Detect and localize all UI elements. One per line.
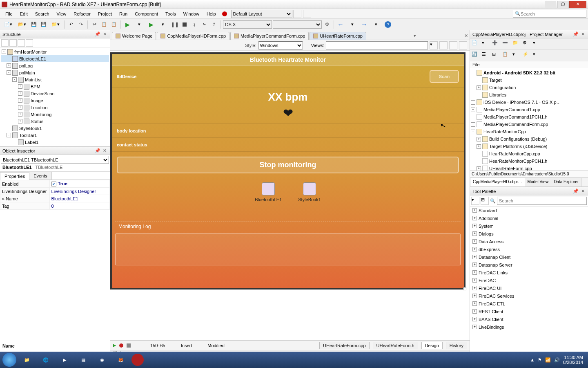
- views-input[interactable]: [326, 41, 428, 49]
- macro-play-icon[interactable]: ▶: [113, 343, 116, 348]
- structure-node[interactable]: +Image: [1, 97, 109, 104]
- inspector-object-select[interactable]: BluetoothLE1 TBluetoothLE: [1, 156, 109, 164]
- project-node[interactable]: Target: [471, 76, 587, 84]
- taskbar-explorer[interactable]: 📁: [19, 353, 35, 366]
- views-btn-3[interactable]: [459, 41, 467, 49]
- subtab-cpp[interactable]: UHeartRateForm.cpp: [319, 342, 370, 349]
- stop-button[interactable]: [180, 20, 189, 29]
- project-node[interactable]: -Android - Android SDK 22.3 32 bit: [471, 69, 587, 76]
- structure-node[interactable]: -frmHeartMonitor: [1, 48, 109, 55]
- structure-tb-3[interactable]: [18, 39, 25, 47]
- resize-grip[interactable]: [463, 287, 466, 290]
- form-frmheartmonitor[interactable]: Bluetooth Heartrate Monitor lblDevice Sc…: [110, 52, 466, 289]
- tab-cppmediaplayer[interactable]: CppMediaPlayerHDForm.cpp: [157, 32, 229, 40]
- expand-icon[interactable]: +: [18, 105, 22, 110]
- deploy-button[interactable]: ⚙: [323, 20, 332, 29]
- structure-node[interactable]: StyleBook1: [1, 125, 109, 132]
- step-into-button[interactable]: ⤷: [200, 20, 209, 29]
- proj-btn[interactable]: ⚡: [522, 51, 531, 60]
- expand-icon[interactable]: +: [7, 63, 11, 68]
- expand-icon[interactable]: -: [471, 130, 475, 134]
- expand-icon[interactable]: +: [477, 85, 481, 90]
- structure-node[interactable]: +Monitoring: [1, 111, 109, 118]
- expand-icon[interactable]: -: [7, 133, 11, 137]
- tray-up-icon[interactable]: ▲: [530, 357, 535, 362]
- component-stylebook1[interactable]: StyleBook1: [298, 182, 321, 202]
- menu-edit[interactable]: Edit: [16, 10, 31, 18]
- proj-btn[interactable]: 📁: [512, 40, 521, 49]
- component-bluetoothle1[interactable]: BluetoothLE1: [255, 182, 282, 202]
- stop-monitoring-button[interactable]: Stop monitoring: [117, 157, 459, 173]
- expand-icon[interactable]: +: [472, 294, 477, 298]
- expand-icon[interactable]: +: [472, 208, 477, 213]
- structure-node[interactable]: +BPM: [1, 83, 109, 90]
- projtab-modelview[interactable]: Model View: [525, 178, 552, 186]
- pause-button[interactable]: ❚❚: [170, 20, 179, 29]
- menu-search[interactable]: Search: [31, 10, 53, 18]
- prop-value[interactable]: ✔True: [49, 180, 109, 188]
- project-node[interactable]: HearRateMonitorCpp.cpp: [471, 150, 587, 157]
- pin-icon[interactable]: 📌: [95, 148, 100, 154]
- taskbar-ie[interactable]: 🌐: [38, 353, 54, 366]
- structure-node[interactable]: BluetoothLE1: [1, 55, 109, 62]
- monitoring-log-listbox[interactable]: [115, 233, 461, 265]
- taskbar-app[interactable]: ▦: [75, 353, 91, 366]
- project-node[interactable]: Libraries: [471, 91, 587, 99]
- expand-icon[interactable]: +: [472, 301, 477, 306]
- proj-btn[interactable]: 📄: [471, 40, 480, 49]
- expand-icon[interactable]: +: [472, 255, 477, 259]
- expand-icon[interactable]: +: [472, 216, 477, 220]
- start-button[interactable]: [2, 353, 16, 367]
- expand-icon[interactable]: +: [18, 84, 22, 89]
- macro-record-icon[interactable]: [119, 343, 123, 348]
- structure-node[interactable]: -pnlMain: [1, 69, 109, 76]
- open-project-button[interactable]: 📁▾: [49, 20, 62, 29]
- tab-properties[interactable]: Properties: [0, 172, 29, 180]
- tray-flag-icon[interactable]: ⚑: [538, 357, 542, 362]
- palette-category[interactable]: +FireDAC ETL: [470, 300, 588, 307]
- expand-icon[interactable]: +: [472, 231, 477, 236]
- menu-file[interactable]: File: [2, 10, 16, 18]
- run-drop-button[interactable]: ▾: [133, 20, 146, 29]
- subtab-design[interactable]: Design: [421, 342, 443, 349]
- expand-icon[interactable]: +: [471, 122, 475, 127]
- palette-category[interactable]: +Standard: [470, 206, 588, 214]
- project-node[interactable]: +Configuration: [471, 84, 587, 91]
- prop-value[interactable]: 0: [49, 202, 109, 210]
- project-tree[interactable]: -Android - Android SDK 22.3 32 bitTarget…: [470, 68, 588, 171]
- expand-icon[interactable]: +: [472, 239, 477, 244]
- menu-help[interactable]: Help: [203, 10, 220, 18]
- palette-category[interactable]: +FireDAC UI: [470, 284, 588, 292]
- prop-value[interactable]: BluetoothLE1: [49, 195, 109, 202]
- project-node[interactable]: HearRateMonitorCppPCH1.h: [471, 157, 587, 165]
- structure-node[interactable]: -ToolBar1: [1, 132, 109, 139]
- macro-stop-icon[interactable]: [127, 343, 131, 348]
- palette-category[interactable]: +Data Access: [470, 238, 588, 245]
- device-select[interactable]: [273, 20, 322, 29]
- maximize-button[interactable]: ▢: [557, 1, 568, 8]
- ide-search-box[interactable]: 🔍: [513, 10, 586, 18]
- proj-btn[interactable]: 📋: [502, 51, 511, 60]
- proj-btn[interactable]: ☰: [481, 51, 490, 60]
- close-panel-icon[interactable]: ✕: [102, 31, 107, 37]
- menu-run[interactable]: Run: [116, 10, 131, 18]
- paste-button[interactable]: 📋: [109, 20, 118, 29]
- views-btn-2[interactable]: [449, 41, 457, 49]
- expand-icon[interactable]: -: [12, 77, 17, 82]
- redo-button[interactable]: ↷: [76, 20, 85, 29]
- form-designer[interactable]: Bluetooth Heartrate Monitor lblDevice Sc…: [110, 51, 470, 340]
- close-button[interactable]: ✕: [569, 1, 586, 8]
- expand-icon[interactable]: +: [18, 98, 22, 103]
- project-node[interactable]: +MediaPlayerCommand1.cpp: [471, 106, 587, 113]
- proj-btn[interactable]: ▾: [512, 51, 521, 60]
- system-tray[interactable]: ▲ ⚑ 📶 🔊 11:30 AM 8/28/2014: [530, 355, 586, 365]
- structure-node[interactable]: +Status: [1, 118, 109, 125]
- proj-btn[interactable]: ▾: [481, 40, 490, 49]
- expand-icon[interactable]: +: [18, 91, 22, 96]
- structure-node[interactable]: +Location: [1, 104, 109, 111]
- expand-icon[interactable]: +: [472, 247, 477, 251]
- structure-tb-4[interactable]: [26, 39, 33, 47]
- palette-search-input[interactable]: [497, 197, 587, 205]
- project-node[interactable]: +Build Configurations (Debug): [471, 135, 587, 143]
- close-panel-icon[interactable]: ✕: [580, 31, 586, 37]
